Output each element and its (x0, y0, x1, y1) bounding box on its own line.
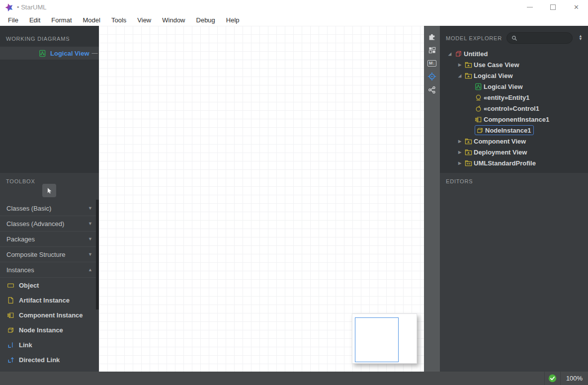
zoom-level-label: 100% (566, 375, 583, 382)
zoom-level[interactable]: 100% (560, 372, 588, 385)
menu-debug[interactable]: Debug (191, 16, 221, 24)
validation-status[interactable] (544, 372, 560, 385)
component-instance-icon (475, 116, 482, 123)
working-diagrams-panel: WORKING DIAGRAMS Logical View — Logical … (0, 26, 99, 173)
expander-closed-icon[interactable]: ▶ (455, 150, 465, 154)
editors-header: EDITORS (440, 173, 588, 184)
markdown-button[interactable]: M↓ (426, 58, 438, 69)
tool-artifact-instance[interactable]: Artifact Instance (0, 293, 99, 308)
focus-mode-button[interactable] (426, 71, 438, 82)
model-explorer-header: MODEL EXPLORER ▲▼ (440, 26, 588, 44)
tool-node-instance[interactable]: Node Instance (0, 322, 99, 337)
tree-item-untitled[interactable]: ◢Untitled (440, 48, 588, 59)
expander-closed-icon[interactable]: ▶ (455, 161, 465, 165)
tree-item-label: UMLStandardProfile (474, 159, 536, 167)
sort-icon[interactable]: ▲▼ (577, 35, 584, 41)
diagram-icon (39, 50, 46, 57)
tree-item-label: NodeInstance1 (485, 127, 531, 134)
window-controls: ✕ (518, 0, 588, 14)
titlebar[interactable]: • StarUML ✕ (0, 0, 588, 14)
menu-edit[interactable]: Edit (24, 16, 46, 24)
tree-item-logical-view[interactable]: Logical View (440, 81, 588, 92)
tree-item-label: Logical View (474, 72, 513, 79)
tool-link[interactable]: Link (0, 337, 99, 352)
menu-file[interactable]: File (2, 16, 24, 24)
expander-closed-icon[interactable]: ▶ (455, 63, 465, 67)
toolbox-section-label: Composite Structure (6, 251, 66, 258)
tool-directed-link[interactable]: Directed Link (0, 352, 99, 367)
close-button[interactable]: ✕ (565, 0, 588, 14)
share-button[interactable] (426, 84, 438, 95)
search-input[interactable] (520, 35, 568, 42)
node-instance-shape[interactable] (352, 313, 417, 364)
package-icon (465, 72, 472, 79)
tree-item-use-case-view[interactable]: ▶Use Case View (440, 59, 588, 70)
tree-item-selected-box[interactable]: NodeInstance1 (475, 125, 534, 135)
staruml-window: • StarUML ✕ FileEditFormatModelToolsView… (0, 0, 588, 385)
entity-icon (475, 94, 482, 101)
diagram-canvas[interactable] (99, 26, 424, 372)
model-explorer-tree: ◢Untitled▶Use Case View◢Logical ViewLogi… (440, 48, 588, 168)
markdown-icon: M↓ (427, 60, 436, 67)
extensions-button[interactable] (426, 31, 438, 42)
menu-tools[interactable]: Tools (106, 16, 132, 24)
tool-object[interactable]: Object (0, 278, 99, 293)
tree-item-control-control1[interactable]: «control»Control1 (440, 103, 588, 114)
tree-item-componentinstance1[interactable]: ComponentInstance1 (440, 114, 588, 125)
tool-label: Object (19, 282, 39, 289)
model-explorer-search[interactable] (506, 32, 573, 44)
profile-icon: «» (465, 159, 472, 167)
toolbox-section-classes-advanced[interactable]: Classes (Advanced)▼ (0, 216, 99, 231)
panel-layout-button[interactable] (426, 44, 438, 55)
package-icon (465, 61, 472, 69)
close-icon: ✕ (574, 4, 579, 10)
toolbox-section-composite-structure[interactable]: Composite Structure▼ (0, 247, 99, 262)
maximize-button[interactable] (541, 0, 565, 14)
tree-item-umlstandardprofile[interactable]: ▶«»UMLStandardProfile (440, 157, 588, 168)
menu-window[interactable]: Window (157, 16, 190, 24)
toolbox-section-packages[interactable]: Packages▼ (0, 231, 99, 247)
tool-label: Artifact Instance (19, 297, 70, 304)
share-icon (428, 86, 436, 94)
toolbox-header: TOOLBOX (0, 173, 99, 184)
expander-closed-icon[interactable]: ▶ (455, 139, 465, 144)
staruml-logo-icon (4, 2, 14, 12)
object-icon (7, 282, 14, 289)
tree-item-label: Use Case View (474, 61, 519, 69)
search-icon (511, 35, 517, 41)
tool-label: Component Instance (19, 311, 83, 319)
select-tool-button[interactable] (42, 184, 56, 197)
chevron-down-icon: ▼ (88, 221, 92, 226)
toolbox-section-label: Packages (6, 235, 35, 243)
window-title: • StarUML (17, 3, 46, 11)
toolbox-panel: TOOLBOX Classes (Basic)▼Classes (Advance… (0, 173, 99, 372)
toolbox-section-label: Classes (Basic) (6, 205, 51, 212)
menu-model[interactable]: Model (78, 16, 106, 24)
side-toolbar: M↓ (424, 26, 440, 372)
toolbox-section-classes-basic[interactable]: Classes (Basic)▼ (0, 201, 99, 216)
tree-item-logical-view[interactable]: ◢Logical View (440, 70, 588, 81)
tree-item-label: Component View (474, 138, 526, 145)
tree-item-label: «entity»Entity1 (484, 94, 529, 101)
minimize-button[interactable] (518, 0, 541, 14)
menu-help[interactable]: Help (221, 16, 245, 24)
tool-component-instance[interactable]: Component Instance (0, 308, 99, 322)
tree-item-nodeinstance1[interactable]: NodeInstance1 (440, 125, 588, 136)
menu-view[interactable]: View (132, 16, 157, 24)
working-diagram-item-logical-view[interactable]: Logical View — Logical View (0, 47, 99, 60)
chevron-down-icon: ▼ (88, 206, 92, 211)
cursor-icon (46, 187, 53, 194)
expander-open-icon[interactable]: ◢ (445, 52, 455, 56)
model-explorer-title: MODEL EXPLORER (446, 35, 502, 41)
toolbox-section-instances[interactable]: Instances▲ (0, 262, 99, 278)
node-instance-icon (476, 127, 484, 134)
menu-format[interactable]: Format (46, 16, 77, 24)
expander-open-icon[interactable]: ◢ (455, 74, 465, 78)
tree-item-deployment-view[interactable]: ▶Deployment View (440, 147, 588, 157)
tree-item-component-view[interactable]: ▶Component View (440, 136, 588, 147)
selection-rect[interactable] (355, 317, 399, 362)
tree-item-entity-entity1[interactable]: «entity»Entity1 (440, 92, 588, 103)
tree-item-label: Untitled (464, 50, 488, 58)
check-circle-icon (548, 374, 557, 383)
model-explorer-panel: MODEL EXPLORER ▲▼ ◢Untitled▶Use Case Vie… (440, 26, 588, 173)
